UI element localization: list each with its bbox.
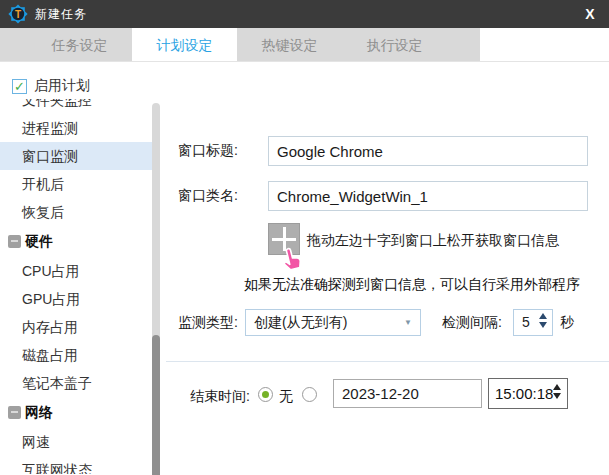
tab-bar: 任务设定计划设定热键设定执行设定 (0, 28, 609, 62)
new-task-window: T 新建任务 X 任务设定计划设定热键设定执行设定 ✓ 启用计划 文件夹监控进程… (0, 0, 609, 475)
check-interval-label: 检测间隔: (442, 314, 502, 332)
section-divider (166, 361, 609, 362)
monitor-type-dropdown[interactable]: 创建(从无到有) ▼ (245, 309, 421, 336)
collapse-icon[interactable] (8, 235, 21, 248)
monitor-type-value: 创建(从无到有) (254, 314, 347, 330)
titlebar: T 新建任务 X (0, 0, 609, 28)
monitor-type-label: 监测类型: (178, 314, 238, 332)
drag-hint-text: 拖动左边十字到窗口上松开获取窗口信息 (307, 232, 559, 250)
trigger-list: 文件夹监控进程监测窗口监测开机后恢复后硬件CPU占用GPU占用内存占用磁盘占用笔… (0, 99, 166, 474)
sidebar-item[interactable]: 网速 (0, 428, 152, 456)
tab-0[interactable]: 任务设定 (27, 28, 132, 61)
svg-text:T: T (15, 9, 21, 20)
collapse-icon[interactable] (8, 406, 21, 419)
plan-form: 窗口标题: 窗口类名: 拖动左边十字到窗口上松开获取窗口信息 如果无法准确探测到… (166, 62, 609, 474)
time-arrow-down-icon[interactable] (553, 393, 561, 399)
enable-plan-row: ✓ 启用计划 (12, 77, 90, 95)
sidebar-section-header[interactable]: 硬件 (0, 226, 152, 257)
arrow-up-icon[interactable] (539, 313, 547, 319)
sidebar-item[interactable]: 笔记本盖子 (0, 369, 152, 397)
sidebar-item[interactable]: CPU占用 (0, 257, 152, 285)
sidebar-item[interactable]: 内存占用 (0, 313, 152, 341)
check-interval-stepper[interactable]: 5 (513, 309, 553, 336)
window-class-label: 窗口类名: (178, 187, 238, 205)
enable-plan-label: 启用计划 (34, 77, 90, 95)
close-button[interactable]: X (581, 5, 599, 23)
check-interval-value: 5 (522, 314, 530, 330)
tab-3[interactable]: 执行设定 (342, 28, 447, 61)
time-stepper-arrows-icon[interactable] (553, 384, 562, 404)
window-title-input[interactable] (268, 136, 588, 166)
end-time-label: 结束时间: (190, 388, 250, 406)
sidebar-item[interactable]: 开机后 (0, 170, 152, 198)
end-time-none-label: 无 (279, 388, 293, 406)
end-time-spinner[interactable]: 15:00:18 (488, 378, 568, 409)
tab-2[interactable]: 热键设定 (237, 28, 342, 61)
window-title-label: 窗口标题: (178, 142, 238, 160)
sidebar-item[interactable]: 磁盘占用 (0, 341, 152, 369)
window-title: 新建任务 (35, 6, 87, 23)
sidebar-section-label: 硬件 (25, 233, 53, 251)
sidebar-scrollbar-track[interactable] (152, 103, 160, 474)
end-time-value: 15:00:18 (495, 385, 553, 402)
end-date-input[interactable] (333, 379, 482, 408)
sidebar-item[interactable]: 恢复后 (0, 198, 152, 226)
tab-1[interactable]: 计划设定 (132, 28, 237, 61)
chevron-down-icon: ▼ (404, 310, 412, 335)
window-class-input[interactable] (268, 181, 588, 211)
time-arrow-up-icon[interactable] (553, 384, 561, 390)
sidebar-scrollbar-thumb[interactable] (152, 335, 160, 475)
sidebar-item[interactable]: 窗口监测 (0, 142, 152, 170)
end-time-date-radio[interactable] (302, 387, 317, 402)
sidebar-item[interactable]: 互联网状态 (0, 456, 152, 474)
warning-text: 如果无法准确探测到窗口信息，可以自行采用外部程序 (244, 276, 580, 294)
sidebar-item[interactable]: GPU占用 (0, 285, 152, 313)
arrow-down-icon[interactable] (539, 322, 547, 328)
stepper-arrows-icon[interactable] (539, 313, 548, 333)
seconds-unit-label: 秒 (560, 314, 574, 332)
sidebar: ✓ 启用计划 文件夹监控进程监测窗口监测开机后恢复后硬件CPU占用GPU占用内存… (0, 62, 166, 474)
sidebar-item[interactable]: 进程监测 (0, 114, 152, 142)
sidebar-section-header[interactable]: 网络 (0, 397, 152, 428)
end-time-none-radio[interactable] (258, 387, 273, 402)
app-gear-icon: T (8, 4, 28, 24)
sidebar-item[interactable]: 文件夹监控 (0, 99, 152, 114)
enable-plan-checkbox[interactable]: ✓ (12, 79, 27, 94)
sidebar-section-label: 网络 (25, 404, 53, 422)
hand-cursor-icon (275, 243, 311, 279)
